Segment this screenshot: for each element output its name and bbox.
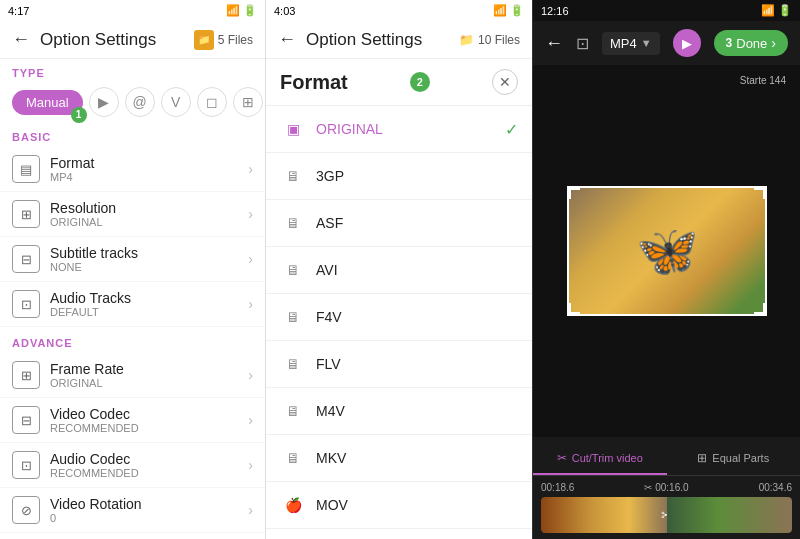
avi-icon: 🖥	[280, 257, 306, 283]
video-codec-text: Video Codec RECOMMENDED	[50, 406, 238, 434]
panel-format: 4:03 📶 🔋 ← Option Settings 📁 10 Files Fo…	[265, 0, 532, 539]
format-name: Format	[50, 155, 238, 171]
tab-cut-trim[interactable]: ✂ Cut/Trim video	[533, 443, 667, 475]
format-icon: ▤	[12, 155, 40, 183]
setting-subtitle[interactable]: ⊟ Subtitle tracks NONE ›	[0, 237, 265, 282]
avi-label: AVI	[316, 262, 518, 278]
video-frame: 🦋	[567, 186, 767, 316]
original-icon: ▣	[280, 116, 306, 142]
subtitle-name: Subtitle tracks	[50, 245, 238, 261]
framerate-text: Frame Rate ORIGINAL	[50, 361, 238, 389]
timeline-thumb-strip	[667, 497, 793, 533]
butterfly-icon: 🦋	[636, 222, 698, 280]
back-icon-2[interactable]: ←	[278, 29, 296, 50]
format-original[interactable]: ▣ ORIGINAL ✓	[266, 106, 532, 153]
compress-section-label: COMPRESS	[0, 533, 265, 539]
format-mpeg[interactable]: ▭ MPEG	[266, 529, 532, 539]
setting-video-rotation[interactable]: ⊘ Video Rotation 0 ›	[0, 488, 265, 533]
subtitle-text: Subtitle tracks NONE	[50, 245, 238, 273]
format-3gp[interactable]: 🖥 3GP	[266, 153, 532, 200]
setting-video-codec[interactable]: ⊟ Video Codec RECOMMENDED ›	[0, 398, 265, 443]
video-rotation-text: Video Rotation 0	[50, 496, 238, 524]
type-icon-grid[interactable]: ⊞	[233, 87, 263, 117]
format-mov[interactable]: 🍎 MOV	[266, 482, 532, 529]
resolution-icon: ⊞	[12, 200, 40, 228]
status-icons-1: 📶 🔋	[226, 4, 257, 17]
setting-framerate[interactable]: ⊞ Frame Rate ORIGINAL ›	[0, 353, 265, 398]
status-time-2: 4:03	[274, 5, 295, 17]
type-icon-vimeo[interactable]: V	[161, 87, 191, 117]
video-codec-chevron: ›	[248, 412, 253, 428]
audio-codec-chevron: ›	[248, 457, 253, 473]
timeline-filled	[541, 497, 667, 533]
format-avi[interactable]: 🖥 AVI	[266, 247, 532, 294]
format-f4v[interactable]: 🖥 F4V	[266, 294, 532, 341]
crop-icon[interactable]: ⊡	[576, 34, 589, 53]
done-button[interactable]: 3 Done ›	[714, 30, 788, 56]
video-rotation-value: 0	[50, 512, 238, 524]
3gp-icon: 🖥	[280, 163, 306, 189]
badge-2: 2	[410, 72, 430, 92]
timeline-bar[interactable]: ✂	[541, 497, 792, 533]
type-icon-instagram[interactable]: ◻	[197, 87, 227, 117]
video-header: ← ⊡ MP4 ▼ ▶ 3 Done ›	[533, 21, 800, 65]
format-list: ▣ ORIGINAL ✓ 🖥 3GP 🖥 ASF 🖥 AVI 🖥 F4V 🖥 F…	[266, 106, 532, 539]
status-bar-3: 12:16 📶 🔋	[533, 0, 800, 21]
video-codec-icon: ⊟	[12, 406, 40, 434]
status-bar-1: 4:17 📶 🔋	[0, 0, 265, 21]
back-icon-3[interactable]: ←	[545, 33, 563, 54]
setting-resolution[interactable]: ⊞ Resolution ORIGINAL ›	[0, 192, 265, 237]
format-value: mp4	[50, 171, 238, 183]
format-mkv[interactable]: 🖥 MKV	[266, 435, 532, 482]
format-flv[interactable]: 🖥 FLV	[266, 341, 532, 388]
f4v-label: F4V	[316, 309, 518, 325]
format-selector-text: MP4	[610, 36, 637, 51]
subtitle-icon: ⊟	[12, 245, 40, 273]
format-header: Format 2 ✕	[266, 59, 532, 106]
panel2-title: Option Settings	[306, 30, 449, 50]
type-label: TYPE	[12, 67, 253, 79]
tab-equal-parts[interactable]: ⊞ Equal Parts	[667, 443, 801, 475]
timeline-area: 00:18.6 ✂ 00:16.0 00:34.6 ✂	[533, 476, 800, 539]
type-icon-at[interactable]: @	[125, 87, 155, 117]
setting-audio-codec[interactable]: ⊡ Audio Codec RECOMMENDED ›	[0, 443, 265, 488]
status-icons-2: 📶 🔋	[493, 4, 524, 17]
back-icon-1[interactable]: ←	[12, 29, 30, 50]
original-check: ✓	[505, 120, 518, 139]
framerate-value: ORIGINAL	[50, 377, 238, 389]
setting-audio-tracks[interactable]: ⊡ Audio Tracks DEFAULT ›	[0, 282, 265, 327]
manual-button[interactable]: Manual 1	[12, 90, 83, 115]
play-button[interactable]: ▶	[673, 29, 701, 57]
flv-label: FLV	[316, 356, 518, 372]
scissors-icon: ✂	[557, 451, 567, 465]
format-asf[interactable]: 🖥 ASF	[266, 200, 532, 247]
format-m4v[interactable]: 🖥 M4V	[266, 388, 532, 435]
bottom-controls: ✂ Cut/Trim video ⊞ Equal Parts 00:18.6 ✂…	[533, 437, 800, 539]
video-rotation-icon: ⊘	[12, 496, 40, 524]
video-codec-value: RECOMMENDED	[50, 422, 238, 434]
panel-option-settings: 4:17 📶 🔋 ← Option Settings 📁 5 Files TYP…	[0, 0, 265, 539]
tab-row: ✂ Cut/Trim video ⊞ Equal Parts	[533, 443, 800, 476]
timeline-cut: ✂ 00:16.0	[644, 482, 688, 493]
audio-tracks-icon: ⊡	[12, 290, 40, 318]
video-thumbnail: 🦋	[569, 188, 765, 314]
panel-video-editor: 12:16 📶 🔋 ← ⊡ MP4 ▼ ▶ 3 Done › 🦋 Starte …	[532, 0, 800, 539]
close-button[interactable]: ✕	[492, 69, 518, 95]
done-arrow-icon: ›	[771, 35, 776, 51]
video-rotation-chevron: ›	[248, 502, 253, 518]
format-selector[interactable]: MP4 ▼	[602, 32, 660, 55]
resolution-chevron: ›	[248, 206, 253, 222]
audio-tracks-text: Audio Tracks DEFAULT	[50, 290, 238, 318]
resolution-value: ORIGINAL	[50, 216, 238, 228]
type-icon-youtube[interactable]: ▶	[89, 87, 119, 117]
files-icon-1: 📁	[194, 30, 214, 50]
m4v-label: M4V	[316, 403, 518, 419]
setting-format[interactable]: ▤ Format mp4 ›	[0, 147, 265, 192]
timeline-end: 00:34.6	[759, 482, 792, 493]
format-dropdown-icon: ▼	[641, 37, 652, 49]
audio-codec-icon: ⊡	[12, 451, 40, 479]
audio-tracks-chevron: ›	[248, 296, 253, 312]
m4v-icon: 🖥	[280, 398, 306, 424]
audio-tracks-name: Audio Tracks	[50, 290, 238, 306]
timeline-start: 00:18.6	[541, 482, 574, 493]
